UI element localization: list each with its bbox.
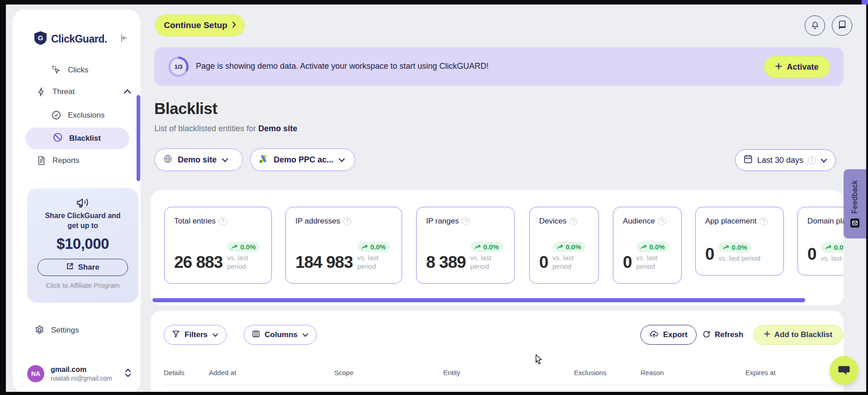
filters-button[interactable]: Filters	[164, 325, 227, 345]
help-icon[interactable]: ?	[658, 217, 666, 225]
trend-up-icon	[640, 244, 647, 249]
stat-value: 0	[539, 254, 548, 271]
stats-panel: Total entries? 26 883 0.0% vs. last peri…	[151, 190, 844, 305]
export-button[interactable]: Export	[640, 325, 697, 345]
refresh-button[interactable]: Refresh	[702, 325, 743, 345]
stat-caption: vs. last period	[636, 253, 664, 271]
chevron-down-icon	[212, 330, 218, 339]
app-canvas: G ClickGuard. Clicks Threat	[6, 5, 866, 392]
continue-setup-button[interactable]: Continue Setup	[155, 14, 245, 36]
sidebar-item-label: Threat	[52, 87, 75, 96]
sidebar-item-settings[interactable]: Settings	[34, 325, 79, 335]
ban-icon	[52, 132, 63, 145]
trend-badge: 0.0%	[553, 242, 585, 252]
notifications-button[interactable]	[805, 15, 825, 36]
help-icon[interactable]: ?	[462, 217, 470, 225]
table-header-divider	[164, 385, 830, 385]
window-frame-top	[0, 0, 868, 5]
stat-caption: vs. last period	[553, 253, 581, 271]
feedback-label: Feedback	[851, 180, 859, 214]
window-frame-right	[866, 0, 868, 395]
help-icon[interactable]: ?	[219, 217, 227, 225]
brand: G ClickGuard.	[34, 31, 107, 47]
gear-icon	[34, 325, 45, 335]
activate-button[interactable]: Activate	[764, 56, 830, 78]
plus-icon	[764, 330, 770, 339]
sidebar-item-label: Exclusions	[68, 111, 104, 120]
chevron-down-icon	[222, 155, 228, 165]
ppc-account-selector[interactable]: Demo PPC ac...	[250, 148, 355, 171]
feedback-tab[interactable]: Feedback	[844, 169, 866, 238]
clickguard-logo-icon: G	[34, 31, 47, 47]
stat-value: 26 883	[174, 254, 223, 271]
sidebar-item-label: Reports	[52, 156, 80, 165]
account-switcher[interactable]: NA gmail.com naatali.ro@gmail.com	[27, 365, 131, 382]
stat-card-domain-placement: Domain pla? 0 0.0% vs. last per	[797, 207, 844, 276]
help-icon[interactable]: ?	[569, 217, 578, 225]
cards-horizontal-scrollbar[interactable]	[152, 298, 805, 302]
chevron-right-icon	[232, 20, 236, 30]
setup-progress-value: 1/3	[171, 59, 186, 75]
stat-title: Devices	[539, 217, 566, 226]
google-ads-icon	[259, 154, 269, 166]
window-frame-left	[0, 0, 6, 395]
chevron-down-icon	[821, 156, 827, 165]
trend-badge: 0.0%	[821, 242, 844, 252]
sidebar-item-reports[interactable]: Reports	[36, 155, 80, 166]
affiliate-promo-card[interactable]: Share ClickGuard and get up to $10,000 S…	[27, 188, 138, 303]
stat-value: 184 983	[295, 254, 353, 271]
banner-message: Page is showing demo data. Activate your…	[196, 62, 489, 71]
stat-title: Audience	[623, 217, 655, 226]
add-to-blacklist-button[interactable]: Add to Blacklist	[753, 325, 843, 345]
stat-title: IP addresses	[295, 217, 340, 226]
stat-caption: vs. last period	[719, 254, 761, 262]
sidebar-item-exclusions[interactable]: Exclusions	[51, 110, 104, 120]
trend-badge: 0.0%	[357, 242, 390, 252]
blacklist-table-panel: Filters Columns Export Refresh	[151, 311, 844, 395]
sidebar-scrollbar[interactable]	[137, 95, 140, 181]
sidebar-item-label: Clicks	[68, 66, 88, 75]
cloud-export-icon	[650, 330, 659, 340]
trend-up-icon	[557, 244, 564, 249]
columns-button[interactable]: Columns	[244, 325, 317, 345]
help-icon[interactable]: ?	[343, 217, 351, 225]
docs-button[interactable]	[832, 15, 852, 36]
ppc-account-value: Demo PPC ac...	[274, 155, 333, 165]
refresh-icon	[702, 330, 711, 340]
stat-caption: vs. last per	[821, 254, 844, 262]
trend-badge: 0.0%	[636, 242, 669, 252]
share-button[interactable]: Share	[38, 259, 128, 276]
chevron-up-icon[interactable]	[123, 87, 131, 96]
sidebar-collapse-icon[interactable]	[119, 33, 129, 45]
stat-title: IP ranges	[426, 217, 459, 226]
stat-card-ip-addresses: IP addresses? 184 983 0.0% vs. last peri…	[285, 207, 402, 284]
chat-bubble-icon	[838, 364, 850, 377]
sidebar-item-clicks[interactable]: Clicks	[51, 65, 88, 75]
help-icon[interactable]: ?	[759, 217, 768, 225]
stat-value: 0	[705, 246, 714, 262]
stat-caption: vs. last period	[470, 253, 498, 271]
calendar-icon	[744, 154, 753, 166]
window-frame-accent	[862, 0, 868, 5]
help-icon: ?	[808, 156, 816, 164]
megaphone-icon	[76, 203, 90, 210]
chevrons-up-down-icon	[125, 368, 131, 380]
stat-caption: vs. last period	[227, 253, 255, 271]
chat-widget-button[interactable]	[830, 356, 859, 385]
sidebar-item-threat[interactable]: Threat	[36, 86, 131, 97]
stat-card-app-placement: App placement? 0 0.0% vs. last period	[695, 207, 784, 276]
setup-progress-ring: 1/3	[168, 57, 189, 77]
funnel-icon	[172, 330, 180, 340]
chevron-down-icon	[338, 155, 345, 165]
subtitle-site-name: Demo site	[258, 124, 297, 133]
affiliate-link[interactable]: Click to Affiliate Program	[27, 281, 138, 289]
avatar: NA	[27, 365, 44, 382]
date-range-picker[interactable]: Last 30 days ?	[735, 149, 836, 171]
plus-icon	[775, 62, 782, 72]
account-name: gmail.com	[51, 366, 112, 374]
cursor-click-icon	[51, 65, 62, 75]
sidebar-item-label: Settings	[51, 326, 79, 335]
sidebar-item-blacklist[interactable]: Blacklist	[25, 128, 129, 149]
page-title: Blacklist	[154, 100, 217, 118]
site-selector[interactable]: Demo site	[154, 148, 243, 171]
